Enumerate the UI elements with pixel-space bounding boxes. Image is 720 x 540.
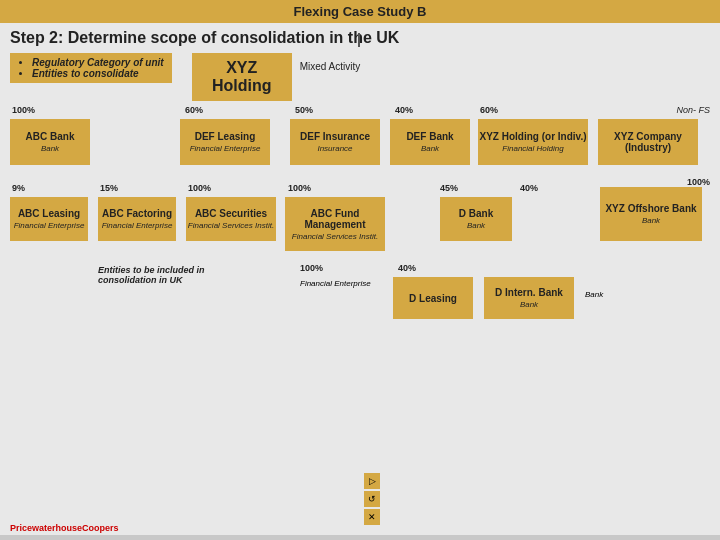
xyz-company-box: XYZ Company (Industry) — [598, 119, 698, 165]
mixed-activity: Mixed Activity — [300, 61, 361, 72]
legend-box: Regulatory Category of unit Entities to … — [10, 53, 172, 83]
d-bank-box: D Bank Bank — [440, 197, 512, 241]
step-title: Step 2: Determine scope of consolidation… — [10, 29, 710, 47]
pct-dleasing-40: 40% — [398, 263, 416, 273]
pct-60a: 60% — [185, 105, 203, 115]
title-bar: Flexing Case Study B — [0, 0, 720, 23]
legend-item-2: Entities to consolidate — [32, 68, 164, 79]
pct-15: 15% — [100, 183, 118, 193]
non-fs-label: Non- FS — [676, 105, 710, 115]
abc-bank-box: ABC Bank Bank — [10, 119, 90, 165]
pct-100b: 100% — [188, 183, 211, 193]
pct-100: 100% — [12, 105, 35, 115]
abc-leasing-box: ABC Leasing Financial Enterprise — [10, 197, 88, 241]
nav-icons[interactable]: ▷ ↺ ✕ — [364, 473, 380, 525]
def-insurance-box: DEF Insurance Insurance — [290, 119, 380, 165]
xyz-holding-box: XYZ Holding — [192, 53, 292, 101]
pct-100c: 100% — [288, 183, 311, 193]
abc-securities-box: ABC Securities Financial Services Instit… — [186, 197, 276, 241]
pct-100d: 100% — [687, 177, 710, 187]
top-section: Regulatory Category of unit Entities to … — [10, 53, 710, 101]
main-content: Step 2: Determine scope of consolidation… — [0, 23, 720, 535]
abc-fund-mgmt-box: ABC Fund Management Financial Services I… — [285, 197, 385, 251]
nav-forward-icon[interactable]: ▷ — [364, 473, 380, 489]
nav-refresh-icon[interactable]: ↺ — [364, 491, 380, 507]
xyz-holding-indiv-box: XYZ Holding (or Indiv.) Financial Holdin… — [478, 119, 588, 165]
pricewaterhouse-logo: PricewaterhouseCoopers — [10, 523, 119, 533]
pct-40b: 40% — [520, 183, 538, 193]
pct-60b: 60% — [480, 105, 498, 115]
d-leasing-box: D Leasing — [393, 277, 473, 319]
d-intern-bank-sub2: Bank — [585, 290, 603, 299]
line-xyz-down — [358, 33, 360, 47]
nav-close-icon[interactable]: ✕ — [364, 509, 380, 525]
def-leasing-box: DEF Leasing Financial Enterprise — [180, 119, 270, 165]
fund-sub-label: Financial Enterprise — [300, 279, 371, 288]
pct-9: 9% — [12, 183, 25, 193]
pct-fund-100: 100% — [300, 263, 323, 273]
abc-factoring-box: ABC Factoring Financial Enterprise — [98, 197, 176, 241]
pct-45: 45% — [440, 183, 458, 193]
diagram: 100% 60% 50% 40% 60% ABC Bank Bank DEF L… — [10, 105, 710, 475]
entities-note: Entities to be included in consolidation… — [98, 265, 258, 285]
d-intern-bank-box: D Intern. Bank Bank — [484, 277, 574, 319]
pct-50: 50% — [295, 105, 313, 115]
def-bank-box: DEF Bank Bank — [390, 119, 470, 165]
pct-40: 40% — [395, 105, 413, 115]
legend-item-1: Regulatory Category of unit — [32, 57, 164, 68]
xyz-offshore-box: XYZ Offshore Bank Bank — [600, 187, 702, 241]
